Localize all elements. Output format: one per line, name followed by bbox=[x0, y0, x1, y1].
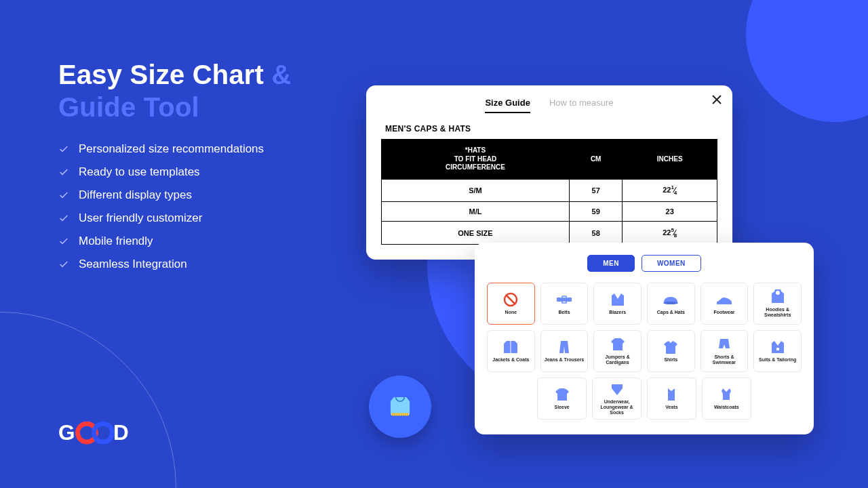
category-tile-vests[interactable]: Vests bbox=[647, 378, 696, 420]
category-tile-label: Belts bbox=[558, 310, 570, 315]
row-inches: 221⁄4 bbox=[623, 179, 717, 202]
ic-shoe-icon bbox=[715, 292, 733, 307]
size-guide-table: *HATS TO FIT HEAD CIRCUMFERENCE CM INCHE… bbox=[381, 139, 717, 245]
ic-vest-icon bbox=[663, 387, 680, 402]
category-tile-shorts-swimwear[interactable]: Shorts & Swimwear bbox=[701, 330, 749, 372]
size-guide-section-title: MEN'S CAPS & HATS bbox=[385, 124, 717, 134]
category-tile-label: Suits & Tailoring bbox=[759, 357, 796, 363]
category-tile-label: Underwear, Loungewear & Socks bbox=[594, 399, 639, 415]
category-tile-label: Jeans & Trousers bbox=[545, 357, 584, 363]
svg-text:G: G bbox=[58, 420, 75, 445]
ic-belt-icon bbox=[555, 292, 573, 307]
category-tile-shirts[interactable]: Shirts bbox=[647, 330, 695, 372]
feature-list: Personalized size recommendations Ready … bbox=[58, 142, 370, 271]
brand-logo: G D bbox=[58, 420, 140, 449]
ic-suit-icon bbox=[769, 340, 787, 354]
category-tile-jeans-trousers[interactable]: Jeans & Trousers bbox=[540, 330, 589, 372]
svg-text:D: D bbox=[113, 420, 129, 445]
col-header-desc: *HATS TO FIT HEAD CIRCUMFERENCE bbox=[382, 140, 570, 180]
row-cm: 58 bbox=[569, 222, 622, 245]
category-tile-none[interactable]: None bbox=[487, 283, 535, 325]
category-tile-jumpers-cardigans[interactable]: Jumpers & Cardigans bbox=[593, 330, 642, 372]
category-grid-row3: SleeveUnderwear, Loungewear & SocksVests… bbox=[537, 378, 751, 420]
category-tile-label: Jackets & Coats bbox=[492, 357, 529, 363]
feature-item: Different display types bbox=[58, 188, 370, 202]
table-row: ONE SIZE58225⁄8 bbox=[382, 222, 717, 245]
category-tile-underwear-loungewear-socks[interactable]: Underwear, Loungewear & Socks bbox=[592, 378, 642, 420]
tab-how-to-measure[interactable]: How to measure bbox=[549, 98, 614, 113]
category-tile-caps-hats[interactable]: Caps & Hats bbox=[647, 283, 695, 325]
ic-under-icon bbox=[608, 382, 626, 396]
category-tile-jackets-coats[interactable]: Jackets & Coats bbox=[487, 330, 535, 372]
feature-item: Personalized size recommendations bbox=[58, 142, 370, 156]
row-cm: 59 bbox=[569, 202, 622, 222]
category-tile-footwear[interactable]: Footwear bbox=[701, 283, 749, 325]
row-inches: 23 bbox=[623, 202, 717, 222]
category-tile-label: Shorts & Swimwear bbox=[703, 354, 747, 365]
category-tile-label: Hoodies & Sweatshirts bbox=[755, 307, 800, 317]
ic-jumper-icon bbox=[609, 337, 627, 352]
row-label: S/M bbox=[382, 179, 570, 202]
category-tile-label: None bbox=[505, 310, 517, 315]
check-icon bbox=[58, 213, 69, 224]
title-part-b: Guide Tool bbox=[58, 92, 199, 122]
category-tile-label: Vests bbox=[665, 405, 677, 410]
feature-text: User friendly customizer bbox=[79, 211, 202, 225]
category-tile-sleeve[interactable]: Sleeve bbox=[537, 378, 587, 420]
feature-text: Different display types bbox=[79, 188, 192, 202]
category-tile-blazers[interactable]: Blazers bbox=[593, 283, 642, 325]
ic-none-icon bbox=[502, 292, 519, 307]
feature-item: Mobile friendly bbox=[58, 235, 370, 248]
category-tile-label: Caps & Hats bbox=[657, 310, 685, 315]
svg-rect-6 bbox=[391, 413, 410, 415]
feature-item: Seamless Integration bbox=[58, 258, 370, 271]
ic-shirt-icon bbox=[662, 340, 679, 354]
category-tile-hoodies-sweatshirts[interactable]: Hoodies & Sweatshirts bbox=[753, 283, 802, 325]
check-icon bbox=[58, 144, 69, 155]
row-label: M/L bbox=[382, 202, 570, 222]
feature-item: Ready to use templates bbox=[58, 165, 370, 179]
category-picker-panel: MEN WOMEN NoneBeltsBlazersCaps & HatsFoo… bbox=[475, 243, 814, 434]
category-grid-row1: NoneBeltsBlazersCaps & HatsFootwearHoodi… bbox=[487, 283, 802, 325]
feature-text: Personalized size recommendations bbox=[79, 142, 264, 156]
feature-text: Ready to use templates bbox=[79, 165, 200, 179]
ic-jacket-icon bbox=[502, 340, 519, 354]
check-icon bbox=[58, 236, 69, 247]
col-header-cm: CM bbox=[569, 140, 622, 180]
feature-item: User friendly customizer bbox=[58, 211, 370, 225]
ic-waist-icon bbox=[717, 387, 735, 402]
check-icon bbox=[58, 167, 69, 178]
ic-hoodie-icon bbox=[769, 289, 787, 304]
title-ampersand: & bbox=[271, 60, 291, 89]
row-cm: 57 bbox=[569, 179, 622, 202]
table-row: M/L5923 bbox=[382, 202, 717, 222]
category-tile-label: Shirts bbox=[664, 357, 677, 363]
category-tile-belts[interactable]: Belts bbox=[540, 283, 589, 325]
category-tile-suits-tailoring[interactable]: Suits & Tailoring bbox=[753, 330, 802, 372]
app-badge-icon bbox=[369, 375, 431, 438]
table-row: S/M57221⁄4 bbox=[382, 179, 717, 202]
ic-cap-icon bbox=[662, 292, 679, 307]
close-icon[interactable] bbox=[712, 95, 722, 104]
ic-blazer-icon bbox=[609, 292, 627, 307]
category-grid-row2: Jackets & CoatsJeans & TrousersJumpers &… bbox=[487, 330, 802, 372]
segment-men-button[interactable]: MEN bbox=[587, 255, 635, 272]
ic-jeans-icon bbox=[555, 340, 573, 354]
title-part-a: Easy Size Chart bbox=[58, 60, 264, 89]
row-inches: 225⁄8 bbox=[623, 222, 717, 245]
size-guide-tabs: Size Guide How to measure bbox=[381, 98, 717, 113]
ic-shorts-icon bbox=[715, 337, 733, 352]
row-label: ONE SIZE bbox=[382, 222, 570, 245]
category-tile-label: Jumpers & Cardigans bbox=[595, 354, 639, 365]
category-tile-waistcoats[interactable]: Waistcoats bbox=[702, 378, 751, 420]
category-tile-label: Blazers bbox=[609, 310, 626, 315]
feature-text: Mobile friendly bbox=[79, 235, 153, 248]
feature-text: Seamless Integration bbox=[79, 258, 187, 271]
gender-segment: MEN WOMEN bbox=[487, 255, 802, 272]
ic-sleeve-icon bbox=[553, 387, 571, 402]
col-header-inches: INCHES bbox=[623, 140, 717, 180]
check-icon bbox=[58, 259, 69, 270]
segment-women-button[interactable]: WOMEN bbox=[642, 255, 701, 272]
tab-size-guide[interactable]: Size Guide bbox=[485, 98, 530, 113]
page-title: Easy Size Chart & Guide Tool bbox=[58, 58, 370, 123]
